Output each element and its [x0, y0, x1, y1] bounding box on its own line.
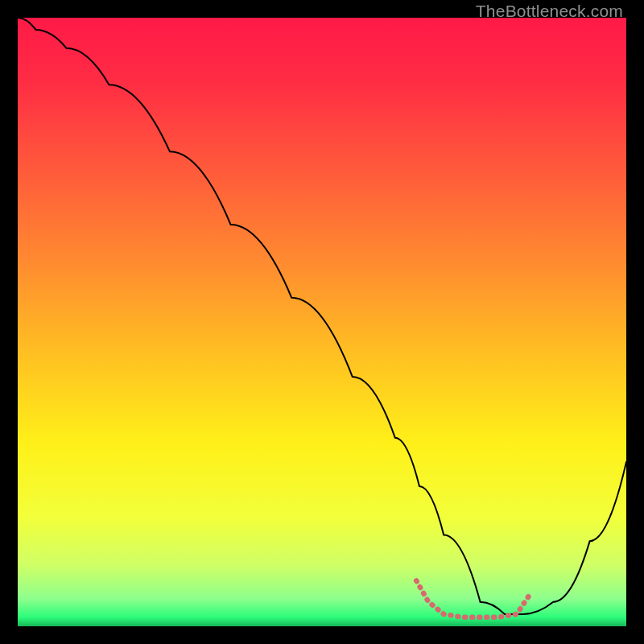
chart-frame	[18, 18, 626, 626]
chart-background	[18, 18, 626, 626]
bottleneck-chart	[18, 18, 626, 626]
